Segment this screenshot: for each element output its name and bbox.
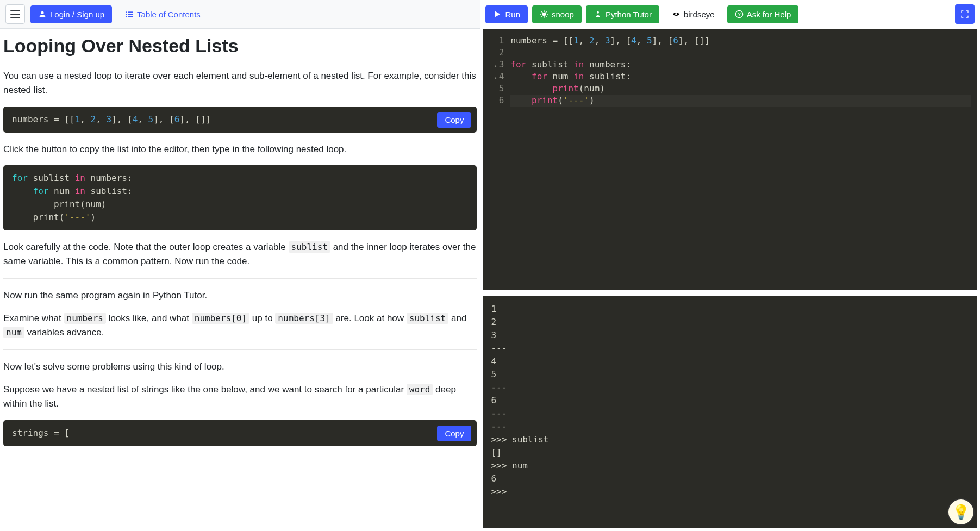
ask-help-button[interactable]: ? Ask for Help: [727, 5, 799, 23]
inline-code: sublist: [407, 313, 448, 324]
output-line: 1: [491, 303, 969, 316]
inline-code: numbers[3]: [275, 313, 333, 324]
output-line: 3: [491, 329, 969, 342]
svg-rect-2: [128, 11, 133, 13]
toc-link[interactable]: Table of Contents: [117, 5, 208, 23]
inline-code: num: [3, 327, 24, 338]
fullscreen-button[interactable]: [955, 4, 975, 24]
output-line: 4: [491, 355, 969, 368]
output-line: >>>: [491, 485, 969, 498]
paragraph: Now run the same program again in Python…: [3, 289, 477, 303]
content-pane: Login / Sign up Table of Contents Loopin…: [0, 0, 480, 531]
svg-point-8: [597, 11, 599, 14]
paragraph: You can use a nested loop to iterate ove…: [3, 69, 477, 98]
svg-point-7: [542, 13, 546, 16]
editor-gutter: 1 2 3 4 5 6: [483, 29, 507, 290]
code-editor[interactable]: 1 2 3 4 5 6 numbers = [[1, 2, 3], [4, 5]…: [483, 29, 977, 290]
svg-rect-5: [126, 16, 127, 17]
bug-icon: [540, 10, 548, 18]
output-line: ---: [491, 342, 969, 355]
svg-rect-4: [128, 14, 133, 15]
question-icon: ?: [735, 10, 744, 18]
code-example-3: Copy strings = [: [3, 420, 477, 446]
svg-point-9: [675, 13, 677, 15]
paragraph: Look carefully at the code. Note that th…: [3, 240, 477, 269]
inline-code: numbers[0]: [192, 313, 249, 324]
output-line: 5: [491, 368, 969, 381]
bird-icon: [672, 10, 681, 18]
snoop-button[interactable]: snoop: [532, 5, 582, 23]
output-line: 6: [491, 472, 969, 485]
run-button[interactable]: Run: [485, 5, 528, 23]
toc-label: Table of Contents: [137, 10, 201, 19]
hint-bulb-button[interactable]: 💡: [947, 498, 975, 526]
list-icon: [125, 10, 134, 18]
svg-text:?: ?: [738, 11, 740, 17]
output-line: []: [491, 446, 969, 459]
tutor-label: Python Tutor: [606, 10, 652, 19]
birdseye-button[interactable]: birdseye: [664, 5, 723, 24]
menu-hamburger-button[interactable]: [5, 4, 25, 24]
svg-point-0: [41, 11, 43, 14]
bulb-icon: 💡: [952, 504, 970, 521]
copy-button-3[interactable]: Copy: [437, 426, 471, 441]
code-example-1: Copy numbers = [[1, 2, 3], [4, 5], [6], …: [3, 107, 477, 133]
person-icon: [594, 10, 602, 18]
svg-rect-1: [126, 11, 127, 13]
help-label: Ask for Help: [747, 10, 791, 19]
play-icon: [493, 10, 502, 18]
runner-pane: Run snoop Python Tutor birdseye ? Ask fo…: [480, 0, 980, 531]
inline-code: numbers: [64, 313, 106, 324]
expand-icon: [960, 10, 969, 18]
login-label: Login / Sign up: [50, 10, 104, 19]
right-header: Run snoop Python Tutor birdseye ? Ask fo…: [480, 0, 980, 29]
snoop-label: snoop: [552, 10, 574, 19]
output-line: 2: [491, 316, 969, 329]
output-line: 6: [491, 394, 969, 407]
output-line: >>> num: [491, 459, 969, 472]
paragraph: Click the button to copy the list into t…: [3, 142, 477, 157]
left-header: Login / Sign up Table of Contents: [0, 0, 480, 29]
inline-code: sublist: [289, 241, 330, 253]
editor-body[interactable]: numbers = [[1, 2, 3], [4, 5], [6], []] f…: [507, 29, 977, 290]
inline-code: word: [407, 384, 433, 395]
paragraph: Now let's solve some problems using this…: [3, 360, 477, 374]
svg-rect-3: [126, 14, 127, 15]
birdseye-label: birdseye: [684, 10, 715, 19]
svg-rect-6: [128, 16, 133, 17]
output-console[interactable]: 123---45---6------>>> sublist[]>>> num6>…: [483, 296, 977, 528]
lesson-content: Looping Over Nested Lists You can use a …: [0, 29, 480, 467]
copy-button-1[interactable]: Copy: [437, 112, 471, 128]
paragraph: Suppose we have a nested list of strings…: [3, 383, 477, 411]
output-line: ---: [491, 420, 969, 433]
output-line: ---: [491, 381, 969, 394]
login-signup-button[interactable]: Login / Sign up: [30, 5, 112, 23]
output-line: ---: [491, 407, 969, 420]
paragraph: Examine what numbers looks like, and wha…: [3, 311, 477, 340]
run-label: Run: [505, 10, 520, 19]
code-example-2: for sublist in numbers: for num in subli…: [3, 165, 477, 230]
python-tutor-button[interactable]: Python Tutor: [586, 5, 659, 23]
page-title: Looping Over Nested Lists: [3, 35, 477, 57]
output-line: >>> sublist: [491, 433, 969, 446]
user-icon: [38, 10, 47, 18]
